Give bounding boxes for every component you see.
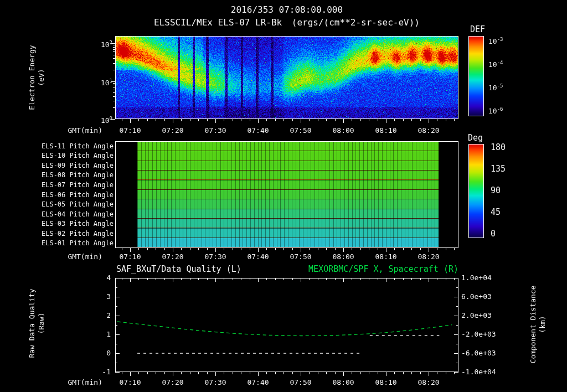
x-tick-label-bottom: 07:20 — [162, 378, 183, 387]
datetime-title: 2016/353 07:08:00.000 — [115, 4, 458, 15]
quality-tick-label: 2 — [106, 311, 111, 320]
x-tick-label-spectrogram: 07:10 — [119, 126, 141, 135]
deg-tick-label: 180 — [491, 143, 506, 152]
x-tick-label-spectrogram: 08:10 — [375, 126, 396, 135]
energy-tick-label: 102 — [101, 38, 112, 49]
x-tick-label-pitch: 07:30 — [204, 252, 226, 261]
x-tick-label-bottom: 07:50 — [290, 378, 311, 387]
spectrogram-title: ELSSCIL/MEx ELS-07 LR-Bk(ergs/(cm**2-sr-… — [115, 17, 458, 28]
x-tick-label-spectrogram: 07:50 — [290, 126, 311, 135]
energy-tick-label: 100 — [101, 114, 112, 125]
x-tick-label-bottom: 07:10 — [119, 378, 141, 387]
x-tick-label-bottom: 08:00 — [332, 378, 354, 387]
deg-tick-label: 0 — [491, 229, 496, 238]
def-tick-label: 10-6 — [488, 105, 503, 116]
quality-y-axis-label-line2: (Raw) — [37, 288, 46, 358]
def-colorbar-title: DEF — [470, 24, 485, 34]
pitch-row-label: ELS-06 Pitch Angle — [42, 190, 114, 199]
pitch-row-label: ELS-10 Pitch Angle — [42, 151, 114, 160]
pitch-row-label: ELS-05 Pitch Angle — [42, 200, 114, 209]
def-tick-label: 10-5 — [488, 81, 503, 92]
units-label: (ergs/(cm**2-sr-sec-eV)) — [292, 17, 420, 28]
x-tick-label-pitch: 08:10 — [375, 252, 396, 261]
x-tick-label-pitch: 07:20 — [162, 252, 183, 261]
x-tick-label-pitch: 07:40 — [247, 252, 269, 261]
distance-tick-label: -6.0e+03 — [461, 349, 496, 358]
x-tick-label-spectrogram: 08:00 — [332, 126, 354, 135]
distance-tick-label: -2.0e+03 — [461, 330, 496, 339]
distance-tick-label: 6.0e+03 — [461, 292, 492, 301]
science-plot-screen: 2016/353 07:08:00.000 ELSSCIL/MEx ELS-07… — [0, 0, 567, 392]
x-tick-label-pitch: 08:00 — [332, 252, 354, 261]
distance-y-axis-label: Component Distance (km) — [528, 286, 547, 364]
spectrogram-y-axis-label: Electron Energy (eV) — [27, 45, 46, 110]
quality-y-axis-label-line1: Raw Data Quality — [27, 288, 37, 358]
distance-y-axis-label-line2: (km) — [538, 286, 547, 364]
def-tick-label: 10-4 — [488, 58, 503, 69]
quality-y-axis-label: Raw Data Quality (Raw) — [27, 288, 46, 358]
deg-tick-label: 90 — [491, 186, 501, 195]
spectrogram-y-axis-label-line2: (eV) — [37, 45, 46, 110]
x-tick-label-pitch: 08:20 — [418, 252, 440, 261]
pitch-row-label: ELS-09 Pitch Angle — [42, 161, 114, 170]
quality-tick-label: 3 — [106, 292, 111, 301]
quality-tick-label: -1 — [102, 368, 111, 376]
x-tick-label-spectrogram: 07:20 — [162, 126, 183, 135]
x-tick-label-bottom: 07:30 — [204, 378, 226, 387]
deg-tick-label: 135 — [491, 164, 506, 173]
x-tick-label-bottom: 08:10 — [375, 378, 396, 387]
bottom-panel-right-title: MEXORBMC/SPF X, Spacecraft (R) — [308, 264, 458, 274]
x-tick-label-bottom: 08:20 — [418, 378, 440, 387]
pitch-row-label: ELS-01 Pitch Angle — [42, 239, 114, 247]
distance-tick-label: 2.0e+03 — [461, 311, 492, 320]
distance-tick-label: -1.0e+04 — [461, 368, 496, 376]
deg-tick-label: 45 — [491, 208, 501, 216]
pitch-row-label: ELS-03 Pitch Angle — [42, 219, 114, 228]
spectrogram-y-axis-label-line1: Electron Energy — [27, 45, 37, 110]
quality-tick-label: 1 — [106, 330, 111, 339]
quality-tick-label: 4 — [106, 274, 111, 282]
x-tick-label-spectrogram: 07:30 — [204, 126, 226, 135]
pitch-row-label: ELS-02 Pitch Angle — [42, 229, 114, 238]
pitch-row-label: ELS-11 Pitch Angle — [42, 142, 114, 151]
x-tick-label-pitch: 07:50 — [290, 252, 311, 261]
instrument-title: ELSSCIL/MEx ELS-07 LR-Bk — [154, 17, 282, 28]
gmt-axis-label-bottom: GMT(min) — [68, 378, 102, 387]
spacecraft-x-distance-line — [117, 322, 452, 336]
quality-tick-label: 0 — [106, 349, 111, 358]
pitch-row-label: ELS-07 Pitch Angle — [42, 180, 114, 189]
gmt-axis-label-spectrogram: GMT(min) — [68, 126, 102, 135]
x-tick-label-pitch: 07:10 — [119, 252, 141, 261]
x-tick-label-spectrogram: 08:20 — [418, 126, 440, 135]
energy-tick-label: 101 — [101, 76, 112, 87]
deg-colorbar-title: Deg — [468, 133, 483, 143]
def-tick-label: 10-3 — [488, 35, 503, 46]
pitch-row-label: ELS-08 Pitch Angle — [42, 171, 114, 179]
distance-y-axis-label-line1: Component Distance — [528, 286, 538, 364]
bottom-panel-left-title: SAF_BXuT/Data Quality (L) — [116, 264, 241, 274]
distance-tick-label: 1.0e+04 — [461, 274, 492, 282]
x-tick-label-bottom: 07:40 — [247, 378, 269, 387]
x-tick-label-spectrogram: 07:40 — [247, 126, 269, 135]
pitch-row-label: ELS-04 Pitch Angle — [42, 210, 114, 219]
gmt-axis-label-pitch: GMT(min) — [68, 252, 102, 261]
